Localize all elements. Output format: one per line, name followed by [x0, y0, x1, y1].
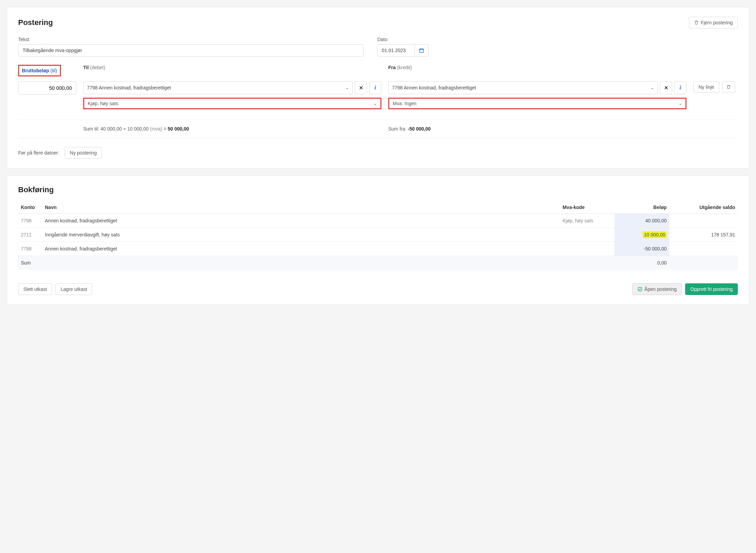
cell-navn: Inngående merverdiavgift, høy sats [42, 228, 560, 242]
apen-postering-button[interactable]: Åpen postering [632, 283, 682, 295]
info-icon: i [680, 85, 681, 91]
cell-mva [560, 242, 615, 256]
tekst-input[interactable] [18, 44, 364, 57]
til-mva-text: Kjøp, høy sats [88, 101, 118, 106]
cell-navn: Annen kostnad, fradragsberettiget [42, 214, 560, 228]
sum-row: Sum til: 40 000,00 + 10 000,00 (mva) = 5… [18, 120, 738, 138]
more-dates-row: Før på flere datoer: Ny postering [18, 147, 738, 159]
trash-icon [694, 20, 699, 25]
table-row: 7798Annen kostnad, fradragsberettiget-50… [18, 242, 738, 256]
bokforing-card: Bokføring Konto Navn Mva-kode Beløp Utgå… [7, 175, 749, 305]
postering-header: Postering Fjern postering [18, 17, 738, 28]
trash-icon [726, 85, 731, 89]
fra-mva-text: Mva: Ingen [393, 101, 416, 106]
table-row: 2711Inngående merverdiavgift, høy sats10… [18, 228, 738, 242]
fra-info-button[interactable]: i [674, 81, 686, 94]
date-picker-button[interactable] [415, 44, 429, 57]
til-column: 7798 Annen kostnad, fradragsberettiget ⌄… [83, 81, 381, 109]
til-mva-select[interactable]: Kjøp, høy sats ⌄ [83, 98, 381, 109]
info-icon: i [375, 85, 376, 91]
chevron-down-icon: ⌄ [651, 85, 654, 90]
close-icon: ✕ [664, 85, 668, 91]
cell-saldo: 178 157,91 [669, 228, 738, 242]
cell-navn: Annen kostnad, fradragsberettiget [42, 242, 560, 256]
th-belop: Beløp [615, 201, 669, 214]
brutto-label-text: Bruttobeløp [22, 68, 49, 73]
dato-input[interactable] [377, 44, 415, 57]
cell-konto: 7798 [18, 214, 42, 228]
opprett-postering-button[interactable]: Opprett fri postering [685, 283, 738, 295]
fra-mva-select[interactable]: Mva: Ingen ⌄ [388, 98, 686, 109]
chevron-down-icon: ⌄ [374, 101, 377, 106]
posting-entry-row: 7798 Annen kostnad, fradragsberettiget ⌄… [18, 81, 738, 109]
cell-belop: -50 000,00 [615, 242, 669, 256]
line-actions: Ny linje [693, 81, 738, 93]
nylinje-button[interactable]: Ny linje [693, 81, 719, 93]
th-navn: Navn [42, 201, 560, 214]
posting-columns-header: Bruttobeløp (til) Til (debet) Fra (kredi… [18, 65, 738, 76]
tekst-dato-row: Tekst Dato [18, 37, 738, 57]
tekst-label: Tekst [18, 37, 364, 42]
cell-belop: 40 000,00 [615, 214, 669, 228]
til-account-text: 7798 Annen kostnad, fradragsberettiget [87, 85, 171, 90]
cell-mva: Kjøp, høy sats [560, 214, 615, 228]
til-clear-button[interactable]: ✕ [355, 81, 367, 94]
th-mva: Mva-kode [560, 201, 615, 214]
tekst-group: Tekst [18, 37, 364, 57]
cell-sum-saldo [669, 256, 738, 270]
til-column-label: Til (debet) [83, 65, 381, 70]
more-dates-label: Før på flere datoer: [18, 150, 59, 156]
bokforing-title: Bokføring [18, 185, 738, 194]
fra-account-select[interactable]: 7798 Annen kostnad, fradragsberettiget ⌄ [388, 81, 658, 94]
close-icon: ✕ [359, 85, 363, 91]
cell-belop: 10 000,00 [615, 228, 669, 242]
lagre-utkast-button[interactable]: Lagre utkast [55, 283, 92, 295]
postering-title: Postering [18, 18, 53, 27]
bokforing-table: Konto Navn Mva-kode Beløp Utgående saldo… [18, 201, 738, 270]
remove-postering-button[interactable]: Fjern postering [689, 17, 738, 28]
chevron-down-icon: ⌄ [345, 85, 349, 90]
slett-utkast-button[interactable]: Slett utkast [18, 283, 52, 295]
calendar-icon [419, 48, 424, 53]
table-row: 7798Annen kostnad, fradragsberettigetKjø… [18, 214, 738, 228]
apen-postering-label: Åpen postering [644, 286, 677, 292]
cell-konto: 2711 [18, 228, 42, 242]
til-account-select[interactable]: 7798 Annen kostnad, fradragsberettiget ⌄ [83, 81, 353, 94]
fra-column: 7798 Annen kostnad, fradragsberettiget ⌄… [388, 81, 686, 109]
fra-column-label: Fra (kredit) [388, 65, 686, 70]
brutto-label-sub: (til) [50, 68, 57, 73]
postering-card: Postering Fjern postering Tekst Dato Bru… [7, 7, 749, 169]
brutto-label[interactable]: Bruttobeløp (til) [18, 65, 61, 76]
cell-saldo [669, 214, 738, 228]
amount-input[interactable] [18, 81, 76, 95]
th-konto: Konto [18, 201, 42, 214]
cell-sum-belop: 0,00 [615, 256, 669, 270]
delete-line-button[interactable] [722, 81, 735, 93]
remove-postering-label: Fjern postering [701, 20, 733, 25]
til-info-button[interactable]: i [369, 81, 381, 94]
chevron-down-icon: ⌄ [679, 101, 682, 106]
cell-mva [560, 228, 615, 242]
sum-row: Sum0,00 [18, 256, 738, 270]
th-saldo: Utgående saldo [669, 201, 738, 214]
cell-saldo [669, 242, 738, 256]
svg-rect-0 [419, 49, 424, 52]
bottom-actions: Slett utkast Lagre utkast Åpen postering… [18, 283, 738, 295]
nypostering-button[interactable]: Ny postering [65, 147, 102, 159]
dato-group: Dato [377, 37, 429, 57]
fra-account-text: 7798 Annen kostnad, fradragsberettiget [392, 85, 476, 90]
dato-label: Dato [377, 37, 429, 42]
fra-clear-button[interactable]: ✕ [660, 81, 672, 94]
sum-fra: Sum fra: -50 000,00 [388, 126, 686, 132]
sum-til: Sum til: 40 000,00 + 10 000,00 (mva) = 5… [83, 126, 381, 132]
cell-sum-label: Sum [18, 256, 615, 270]
check-square-icon [638, 287, 642, 292]
cell-konto: 7798 [18, 242, 42, 256]
